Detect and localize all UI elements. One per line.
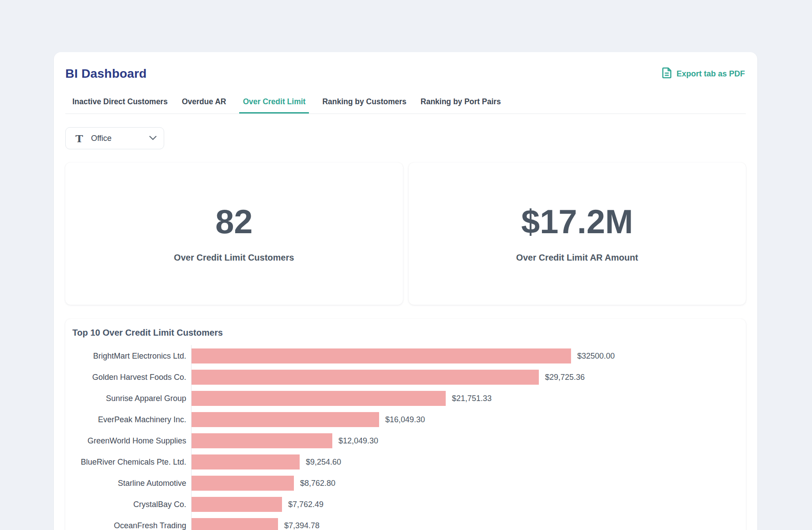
kpi-card-over-credit-limit-ar-amount: $17.2M Over Credit Limit AR Amount: [409, 163, 746, 305]
tab-inactive-direct-customers[interactable]: Inactive Direct Customers: [71, 95, 169, 114]
chart-bar: [192, 348, 571, 363]
chart-value-label: $7,394.78: [284, 521, 320, 530]
text-format-icon: T: [75, 133, 83, 144]
dashboard-header: BI Dashboard Export tab as PDF: [65, 65, 746, 82]
chart-category-label: Starline Automotive: [73, 479, 186, 488]
chart-bar: [192, 370, 539, 385]
chart-row: Golden Harvest Foods Co. $29,725.36: [192, 370, 735, 385]
kpi-row: 82 Over Credit Limit Customers $17.2M Ov…: [65, 163, 746, 305]
chart-title: Top 10 Over Credit Limit Customers: [72, 328, 735, 338]
chart-value-label: $21,751.33: [452, 394, 492, 403]
chart-value-label: $7,762.49: [288, 500, 323, 509]
chart-value-label: $29,725.36: [545, 373, 585, 382]
tab-ranking-by-customers[interactable]: Ranking by Customers: [321, 95, 407, 114]
chart-value-label: $12,049.30: [338, 436, 378, 446]
filter-selected-value: Office: [91, 134, 149, 143]
page-title: BI Dashboard: [65, 65, 147, 82]
kpi-label: Over Credit Limit Customers: [174, 253, 294, 263]
top10-chart-card: Top 10 Over Credit Limit Customers Brigh…: [65, 319, 746, 530]
chart-category-label: OceanFresh Trading: [73, 521, 186, 530]
export-pdf-button[interactable]: Export tab as PDF: [662, 67, 745, 81]
tab-bar: Inactive Direct CustomersOverdue AROver …: [65, 95, 746, 114]
chart-category-label: GreenWorld Home Supplies: [73, 436, 186, 446]
chart-row: Sunrise Apparel Group $21,751.33: [192, 391, 735, 406]
chart-bar: [192, 497, 282, 512]
chart-category-label: CrystalBay Co.: [73, 500, 186, 509]
kpi-label: Over Credit Limit AR Amount: [516, 253, 638, 263]
chart-value-label: $16,049.30: [385, 415, 425, 424]
chart-value-label: $9,254.60: [306, 458, 341, 467]
chart-plot-area: BrightMart Electronics Ltd. $32500.00 Go…: [191, 345, 735, 530]
chart-row: GreenWorld Home Supplies $12,049.30: [192, 433, 735, 448]
chart-category-label: EverPeak Machinery Inc.: [73, 415, 186, 424]
dashboard-card: BI Dashboard Export tab as PDF Inactive …: [54, 52, 757, 530]
chart-row: OceanFresh Trading $7,394.78: [192, 518, 735, 530]
chart-bar: [192, 518, 278, 530]
kpi-value: 82: [215, 205, 253, 238]
chart-row: CrystalBay Co. $7,762.49: [192, 497, 735, 512]
office-filter-dropdown[interactable]: T Office: [65, 127, 164, 149]
chart-bar: [192, 412, 379, 427]
tab-over-credit-limit[interactable]: Over Credit Limit: [239, 95, 309, 114]
kpi-card-over-credit-limit-customers: 82 Over Credit Limit Customers: [65, 163, 403, 305]
chart-category-label: Golden Harvest Foods Co.: [73, 373, 186, 382]
chart-row: BrightMart Electronics Ltd. $32500.00: [192, 348, 735, 363]
chevron-down-icon: [149, 134, 157, 142]
chart-bar: [192, 454, 300, 469]
tab-ranking-by-port-pairs[interactable]: Ranking by Port Pairs: [420, 95, 502, 114]
chart-row: Starline Automotive $8,762.80: [192, 476, 735, 491]
export-pdf-label: Export tab as PDF: [677, 69, 745, 79]
chart-bar: [192, 391, 446, 406]
chart-bar: [192, 433, 332, 448]
chart-category-label: BrightMart Electronics Ltd.: [73, 352, 186, 361]
bar-chart: BrightMart Electronics Ltd. $32500.00 Go…: [72, 345, 735, 530]
chart-bar: [192, 476, 294, 491]
chart-value-label: $8,762.80: [300, 479, 335, 488]
chart-category-label: BlueRiver Chemicals Pte. Ltd.: [73, 458, 186, 467]
tab-overdue-ar[interactable]: Overdue AR: [181, 95, 227, 114]
pdf-file-icon: [662, 67, 672, 81]
chart-category-label: Sunrise Apparel Group: [73, 394, 186, 403]
chart-row: BlueRiver Chemicals Pte. Ltd. $9,254.60: [192, 454, 735, 469]
chart-row: EverPeak Machinery Inc. $16,049.30: [192, 412, 735, 427]
kpi-value: $17.2M: [521, 205, 633, 238]
chart-value-label: $32500.00: [577, 352, 615, 361]
